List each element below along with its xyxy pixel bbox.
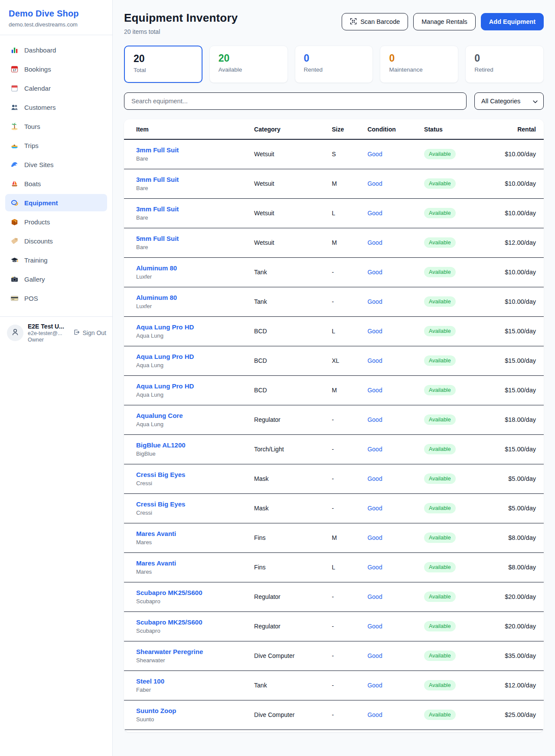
sidebar-item-tours[interactable]: Tours	[5, 118, 107, 135]
item-brand: BigBlue	[136, 450, 254, 457]
sidebar-item-boats[interactable]: Boats	[5, 175, 107, 192]
condition-link[interactable]: Good	[367, 652, 382, 659]
item-name-link[interactable]: 3mm Full Suit	[136, 205, 179, 213]
item-name-link[interactable]: Aluminum 80	[136, 264, 177, 272]
item-category: BCD	[254, 316, 332, 346]
item-brand: Aqua Lung	[136, 362, 254, 368]
item-name-link[interactable]: BigBlue AL1200	[136, 441, 186, 449]
sidebar-item-training[interactable]: Training	[5, 251, 107, 269]
sidebar-item-gallery[interactable]: Gallery	[5, 270, 107, 288]
condition-link[interactable]: Good	[367, 210, 382, 217]
add-equipment-button[interactable]: Add Equipment	[481, 13, 544, 30]
item-name-link[interactable]: Mares Avanti	[136, 559, 176, 567]
tag-icon	[10, 237, 19, 245]
condition-link[interactable]: Good	[367, 151, 382, 158]
table-row: Aqua Lung Pro HD Aqua Lung BCD L Good Av…	[124, 316, 544, 346]
sidebar-item-products[interactable]: Products	[5, 213, 107, 230]
stat-card-retired[interactable]: 0 Retired	[465, 46, 544, 83]
item-name-link[interactable]: Shearwater Peregrine	[136, 648, 203, 655]
item-category: Tank	[254, 257, 332, 287]
table-row: Scubapro MK25/S600 Scubapro Regulator - …	[124, 611, 544, 641]
page-header: Equipment Inventory 20 items total Scan …	[124, 11, 544, 35]
table-row: Aqua Lung Pro HD Aqua Lung BCD M Good Av…	[124, 375, 544, 405]
column-header-status: Status	[424, 119, 483, 139]
item-name-link[interactable]: 3mm Full Suit	[136, 146, 179, 154]
condition-link[interactable]: Good	[367, 711, 382, 718]
category-select[interactable]: All Categories	[474, 92, 544, 110]
item-size: -	[332, 434, 367, 464]
item-name-link[interactable]: Cressi Big Eyes	[136, 471, 185, 478]
item-name-link[interactable]: 3mm Full Suit	[136, 176, 179, 183]
sidebar-item-dashboard[interactable]: Dashboard	[5, 41, 107, 59]
sidebar-item-calendar[interactable]: Calendar	[5, 79, 107, 97]
condition-link[interactable]: Good	[367, 564, 382, 571]
condition-link[interactable]: Good	[367, 298, 382, 305]
search-input[interactable]	[124, 92, 467, 110]
status-badge: Available	[424, 385, 456, 395]
condition-link[interactable]: Good	[367, 180, 382, 187]
sidebar-item-dive-sites[interactable]: Dive Sites	[5, 156, 107, 173]
item-category: BCD	[254, 375, 332, 405]
status-badge: Available	[424, 532, 456, 543]
condition-link[interactable]: Good	[367, 593, 382, 600]
condition-link[interactable]: Good	[367, 269, 382, 276]
item-size: -	[332, 582, 367, 611]
item-name-link[interactable]: Aqua Lung Pro HD	[136, 353, 194, 360]
stat-card-rented[interactable]: 0 Rented	[295, 46, 373, 83]
item-name-link[interactable]: Aqualung Core	[136, 412, 183, 419]
condition-link[interactable]: Good	[367, 534, 382, 541]
item-size: -	[332, 287, 367, 316]
item-name-link[interactable]: Scubapro MK25/S600	[136, 618, 202, 626]
manage-rentals-button[interactable]: Manage Rentals	[413, 13, 476, 30]
sidebar-item-discounts[interactable]: Discounts	[5, 232, 107, 250]
status-badge: Available	[424, 208, 456, 218]
sign-out-button[interactable]: Sign Out	[73, 329, 106, 337]
scan-barcode-button[interactable]: Scan Barcode	[342, 13, 408, 30]
stat-card-maintenance[interactable]: 0 Maintenance	[380, 46, 458, 83]
sidebar-item-equipment[interactable]: Equipment	[5, 194, 107, 211]
sidebar-item-pos[interactable]: POS	[5, 289, 107, 307]
condition-link[interactable]: Good	[367, 682, 382, 689]
condition-link[interactable]: Good	[367, 239, 382, 246]
item-name-link[interactable]: Mares Avanti	[136, 530, 176, 537]
stat-value: 0	[304, 53, 364, 64]
column-header-item: Item	[124, 119, 254, 139]
item-size: M	[332, 228, 367, 257]
item-category: Mask	[254, 493, 332, 523]
status-badge: Available	[424, 444, 456, 454]
item-size: M	[332, 375, 367, 405]
main-content: Equipment Inventory 20 items total Scan …	[113, 0, 555, 756]
condition-link[interactable]: Good	[367, 505, 382, 512]
table-row: BigBlue AL1200 BigBlue Torch/Light - Goo…	[124, 434, 544, 464]
item-name-link[interactable]: Steel 100	[136, 677, 164, 685]
item-name-link[interactable]: Aqua Lung Pro HD	[136, 382, 194, 390]
item-name-link[interactable]: Scubapro MK25/S600	[136, 589, 202, 596]
stat-card-available[interactable]: 20 Available	[209, 46, 288, 83]
table-row: 3mm Full Suit Bare Wetsuit S Good Availa…	[124, 139, 544, 169]
table-row: Aluminum 80 Luxfer Tank - Good Available…	[124, 257, 544, 287]
sidebar-item-bookings[interactable]: 17 Bookings	[5, 60, 107, 78]
item-name-link[interactable]: Cressi Big Eyes	[136, 500, 185, 508]
item-size: -	[332, 671, 367, 700]
condition-link[interactable]: Good	[367, 357, 382, 364]
item-rental: $10.00/day	[483, 198, 544, 228]
item-name-link[interactable]: Suunto Zoop	[136, 707, 176, 714]
sidebar-item-customers[interactable]: Customers	[5, 99, 107, 116]
condition-link[interactable]: Good	[367, 328, 382, 335]
item-name-link[interactable]: Aluminum 80	[136, 294, 177, 301]
stat-card-total[interactable]: 20 Total	[124, 46, 202, 83]
condition-link[interactable]: Good	[367, 475, 382, 482]
condition-link[interactable]: Good	[367, 416, 382, 423]
stat-label: Available	[219, 66, 279, 73]
item-brand: Bare	[136, 155, 254, 162]
item-name-link[interactable]: 5mm Full Suit	[136, 235, 179, 242]
item-brand: Bare	[136, 214, 254, 221]
item-name-link[interactable]: Aqua Lung Pro HD	[136, 323, 194, 331]
condition-link[interactable]: Good	[367, 387, 382, 394]
sidebar-item-trips[interactable]: Trips	[5, 137, 107, 154]
condition-link[interactable]: Good	[367, 446, 382, 453]
item-size: -	[332, 700, 367, 730]
condition-link[interactable]: Good	[367, 623, 382, 630]
speedboat-icon	[10, 141, 19, 150]
status-badge: Available	[424, 326, 456, 336]
